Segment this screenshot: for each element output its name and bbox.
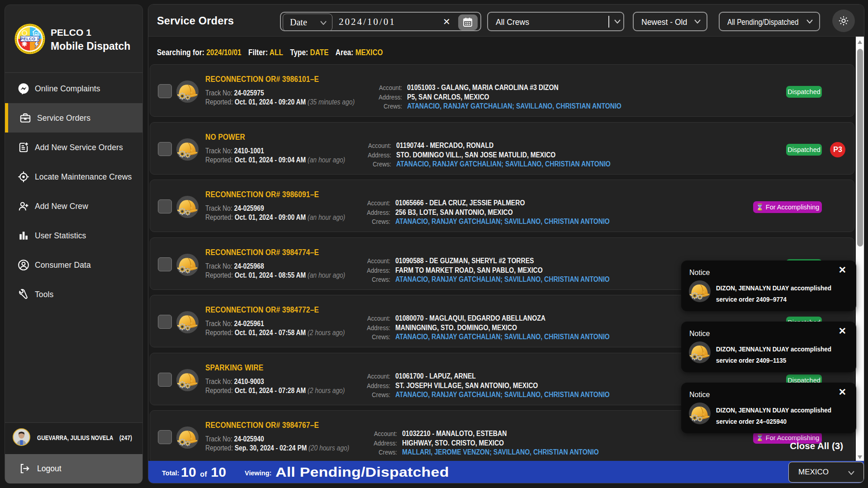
svg-text:PELCO 1: PELCO 1 <box>20 37 39 41</box>
